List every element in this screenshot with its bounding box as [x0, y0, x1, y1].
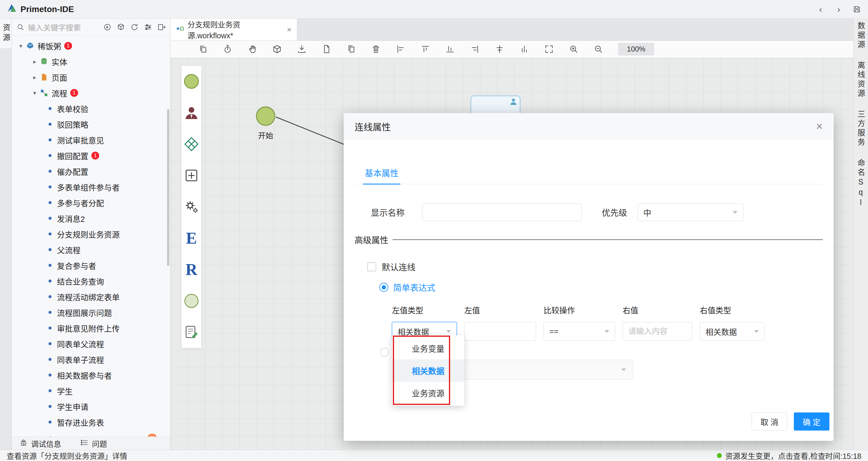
download-icon[interactable] — [297, 44, 307, 54]
rail-tab-offline-resources[interactable]: 离线资源 — [855, 61, 866, 99]
right-value-type-select[interactable]: 相关数据 — [700, 322, 765, 341]
compare-op-select[interactable]: == — [544, 322, 615, 341]
tree-leaf[interactable]: 相关数据参与者 — [12, 367, 170, 383]
pan-hand-icon[interactable] — [247, 44, 257, 54]
confirm-button[interactable]: 确 定 — [794, 412, 829, 431]
tree-leaf[interactable]: 驳回策略 — [12, 116, 170, 132]
tree-leaf[interactable]: 审批意见附件上传 — [12, 320, 170, 336]
simple-expression-radio[interactable] — [379, 283, 388, 292]
palette-decision-gateway[interactable] — [182, 128, 202, 160]
rail-tab-named-sql[interactable]: 命名Sql — [855, 159, 866, 208]
tree-leaf[interactable]: 流程活动绑定表单 — [12, 289, 170, 305]
dropdown-option[interactable]: 业务变量 — [392, 337, 464, 359]
zoom-out-icon[interactable] — [593, 44, 603, 54]
forward-icon[interactable]: › — [834, 5, 843, 14]
palette-subprocess[interactable] — [182, 160, 202, 191]
palette-entity-node[interactable]: E — [182, 222, 202, 254]
align-bottom-icon[interactable] — [445, 44, 455, 54]
explorer-scrollbar[interactable] — [167, 109, 169, 266]
save-icon[interactable] — [852, 5, 861, 14]
align-right-icon[interactable] — [470, 44, 480, 54]
expand-panel-icon[interactable] — [157, 23, 166, 32]
ai-assistant-icon[interactable] — [103, 23, 112, 32]
align-center-icon[interactable] — [494, 44, 505, 54]
tree-leaf[interactable]: 同表单父流程 — [12, 336, 170, 351]
back-icon[interactable]: ‹ — [816, 5, 825, 14]
tree-leaf[interactable]: 多表单组件参与者 — [12, 179, 170, 195]
align-left-icon[interactable] — [396, 44, 406, 54]
fit-screen-icon[interactable] — [544, 44, 554, 54]
tree-leaf[interactable]: 发消息2 — [12, 211, 170, 226]
chevron-right-icon[interactable]: ▸ — [30, 74, 39, 81]
dialog-tabs: 基本属性 — [354, 164, 823, 184]
search-bar[interactable]: 输入关键字搜索 — [12, 19, 170, 36]
zoom-level-select[interactable]: 100% — [618, 43, 654, 56]
palette-form-node[interactable] — [182, 316, 202, 348]
close-icon[interactable]: × — [816, 121, 823, 132]
display-name-input[interactable] — [422, 204, 582, 221]
rail-tab-third-party-services[interactable]: 三方服务 — [855, 110, 866, 148]
tree-leaf-label: 同表单子流程 — [57, 354, 104, 365]
tree-leaf[interactable]: 结合业务查询 — [12, 273, 170, 289]
col-right-value-type: 右值类型 — [700, 304, 765, 315]
tree-leaf[interactable]: 父流程 — [12, 242, 170, 257]
tree-leaf-label: 同表单父流程 — [57, 338, 104, 349]
tree-leaf[interactable]: 撤回配置 1 — [12, 148, 170, 163]
tree-leaf[interactable]: 学生 — [12, 383, 170, 399]
tree-leaf[interactable]: 流程图展示问题 — [12, 305, 170, 320]
search-input[interactable]: 输入关键字搜索 — [28, 22, 100, 33]
tree-leaf[interactable]: 暂存进业务表 — [12, 414, 170, 430]
priority-select[interactable]: 中 — [638, 204, 743, 221]
tree-leaf[interactable]: 同表单子流程 — [12, 351, 170, 367]
second-expression-radio[interactable] — [380, 348, 389, 357]
duplicate-icon[interactable] — [198, 44, 208, 54]
tree-group-process[interactable]: ▾ 流程 1 — [12, 85, 170, 101]
refresh-icon[interactable] — [130, 23, 139, 32]
tab-basic-properties[interactable]: 基本属性 — [363, 164, 400, 185]
bar-chart-icon[interactable] — [519, 44, 529, 54]
tree-group-pages[interactable]: ▸ 页面 — [12, 69, 170, 85]
history-icon[interactable] — [222, 44, 233, 54]
tree-leaf[interactable]: 学生申请 — [12, 399, 170, 414]
dropdown-option-selected[interactable]: 相关数据 — [392, 359, 464, 382]
align-top-icon[interactable] — [420, 44, 431, 54]
palette-manual-activity[interactable] — [182, 97, 202, 128]
palette-end-node[interactable] — [182, 285, 202, 316]
tree-leaf[interactable]: 66 — [12, 430, 170, 437]
status-right-text[interactable]: 资源发生变更，点击查看,检查时间:15:18 — [725, 450, 861, 461]
debug-info-button[interactable]: 调试信息 — [20, 438, 61, 449]
new-file-icon[interactable] — [321, 44, 332, 54]
editor-tab[interactable]: 分支规则业务资源.workflowx* × — [170, 19, 297, 40]
left-value-input[interactable] — [464, 322, 536, 341]
chevron-down-icon[interactable]: ▾ — [30, 90, 39, 96]
issues-button[interactable]: 问题 — [81, 438, 107, 449]
package-icon[interactable] — [272, 44, 282, 54]
tree-leaf[interactable]: 复合参与者 — [12, 257, 170, 273]
tree-leaf[interactable]: 分支规则业务资源 — [12, 226, 170, 242]
delete-icon[interactable] — [371, 44, 381, 54]
start-node[interactable] — [256, 106, 275, 126]
tree-leaf[interactable]: 多参与者分配 — [12, 195, 170, 211]
palette-start-node[interactable] — [182, 66, 202, 97]
tree-group-entity[interactable]: ▸ 实体 — [12, 54, 170, 69]
zoom-in-icon[interactable] — [569, 44, 579, 54]
default-line-checkbox[interactable] — [367, 262, 376, 271]
rail-tab-resources[interactable]: 资源 — [0, 19, 11, 48]
filter-settings-icon[interactable] — [144, 23, 153, 32]
chevron-down-icon[interactable]: ▾ — [17, 42, 25, 50]
tree-root[interactable]: ▾ 稀饭粥 1 — [12, 38, 170, 54]
right-value-input[interactable] — [623, 322, 692, 341]
tree-leaf[interactable]: 催办配置 — [12, 163, 170, 179]
tree-leaf[interactable]: 测试审批意见 — [12, 132, 170, 148]
dropdown-option[interactable]: 业务资源 — [392, 382, 464, 404]
cancel-button[interactable]: 取 消 — [752, 412, 787, 431]
build-package-icon[interactable] — [116, 23, 125, 32]
close-tab-icon[interactable]: × — [287, 25, 291, 34]
chevron-right-icon[interactable]: ▸ — [30, 58, 39, 65]
copy-file-icon[interactable] — [346, 44, 356, 54]
palette-resource-node[interactable]: R — [182, 254, 202, 285]
palette-service-task[interactable] — [182, 191, 202, 222]
tree-leaf[interactable]: 表单校验 — [12, 101, 170, 116]
leaf-bullet-icon — [49, 139, 52, 142]
rail-tab-datasource[interactable]: 数据源 — [855, 22, 866, 50]
